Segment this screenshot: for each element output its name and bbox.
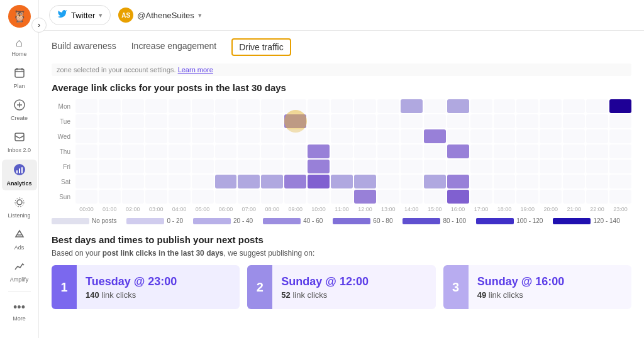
heatmap-cell (563, 160, 585, 173)
heatmap-cell (145, 114, 167, 128)
heatmap-cell (563, 99, 585, 113)
heatmap-time-label: 02:00 (122, 206, 144, 212)
heatmap-cell (516, 190, 538, 204)
heatmap-cell (609, 144, 631, 158)
heatmap-cell (401, 129, 423, 143)
create-icon (14, 99, 25, 114)
sidebar-item-inbox[interactable]: Inbox 2.0 (2, 128, 37, 157)
sidebar-label-analytics: Analytics (6, 180, 31, 187)
heatmap-cell (261, 99, 283, 113)
sidebar-item-more[interactable]: ••• More (2, 297, 37, 325)
heatmap-cell (447, 129, 469, 143)
heatmap-cell (586, 144, 608, 158)
best-time-card: 3Sunday @ 16:0049 link clicks (443, 265, 631, 309)
svg-rect-11 (16, 170, 18, 173)
platform-label: Twitter (71, 11, 95, 20)
legend-item: 80 - 100 (402, 217, 466, 224)
main-content: Twitter ▾ AS @AtheneSuites ▾ Build aware… (39, 0, 644, 338)
heatmap-time-label: 09:00 (284, 206, 306, 212)
heatmap-legend: No posts0 - 2020 - 4040 - 6060 - 8080 - … (52, 217, 631, 224)
heatmap-cell (215, 144, 237, 158)
heatmap-time-label: 20:00 (540, 206, 562, 212)
sidebar-item-listening[interactable]: Listening (2, 193, 37, 222)
legend-label: 100 - 120 (516, 217, 543, 224)
tab-build-awareness[interactable]: Build awareness (52, 38, 116, 56)
heatmap-cell (586, 129, 608, 143)
heatmap-cell (424, 129, 446, 143)
heatmap-cell (238, 144, 260, 158)
sidebar-label-ads: Ads (14, 244, 25, 251)
platform-selector[interactable]: Twitter ▾ (49, 5, 111, 25)
heatmap-cell (563, 114, 585, 128)
sidebar-expand-button[interactable]: › (31, 18, 47, 33)
analytics-icon (13, 163, 26, 179)
heatmap-cell (308, 144, 330, 158)
heatmap-cell (331, 114, 353, 128)
heatmap-cell (192, 160, 214, 173)
heatmap-cell (145, 160, 167, 173)
heatmap-cell (354, 190, 376, 204)
heatmap-cell (447, 175, 469, 188)
heatmap-cell (609, 190, 631, 204)
legend-label: 20 - 40 (233, 217, 253, 224)
heatmap-cell (586, 99, 608, 113)
sidebar-item-ads[interactable]: Ads (2, 225, 37, 254)
heatmap-cell (192, 190, 214, 204)
heatmap-time-label: 17:00 (470, 206, 492, 212)
heatmap-cell (99, 160, 121, 173)
card-time: Sunday @ 16:00 (477, 275, 623, 288)
heatmap-cell (169, 190, 191, 204)
sidebar-item-amplify[interactable]: Amplify (2, 257, 37, 286)
legend-label: 60 - 80 (373, 217, 392, 224)
heatmap-cell (586, 190, 608, 204)
card-content: Tuesday @ 23:00140 link clicks (77, 265, 240, 309)
heatmap-time-label: 08:00 (261, 206, 283, 212)
sidebar-item-create[interactable]: Create (2, 95, 37, 125)
heatmap-cell (284, 175, 306, 188)
heatmap-time-label: 23:00 (609, 206, 631, 212)
heatmap-cell (331, 160, 353, 173)
learn-more-link[interactable]: Learn more (178, 66, 213, 74)
heatmap-cell (308, 114, 330, 128)
heatmap-cell (215, 114, 237, 128)
heatmap-cell (609, 129, 631, 143)
sidebar-item-plan[interactable]: Plan (2, 63, 37, 93)
card-clicks: 49 link clicks (477, 290, 623, 300)
heatmap-cell (494, 114, 516, 128)
heatmap-cell (122, 190, 144, 204)
app-logo[interactable]: 🦉 (8, 5, 31, 28)
heatmap-cell (192, 99, 214, 113)
content-area: Build awareness Increase engagement Driv… (39, 31, 644, 338)
heatmap-cell (215, 160, 237, 173)
tab-increase-engagement[interactable]: Increase engagement (131, 38, 216, 56)
heatmap-cell (122, 99, 144, 113)
legend-item: 60 - 80 (333, 217, 392, 224)
heatmap-cell (169, 175, 191, 188)
heatmap-time-label: 03:00 (145, 206, 167, 212)
legend-item: 20 - 40 (193, 217, 253, 224)
sidebar: 🦉 ⌂ Home Plan Create Inbox 2.0 Analytics… (0, 0, 39, 338)
account-selector[interactable]: AS @AtheneSuites ▾ (118, 8, 202, 23)
heatmap-cell (75, 190, 97, 204)
ads-icon (14, 229, 25, 243)
sidebar-label-home: Home (11, 51, 26, 57)
sidebar-item-analytics[interactable]: Analytics (2, 160, 37, 190)
heatmap-cell (516, 129, 538, 143)
heatmap-cell (563, 129, 585, 143)
heatmap-cell (192, 114, 214, 128)
amplify-icon (14, 261, 25, 275)
heatmap-cell (424, 99, 446, 113)
heatmap-cell (377, 99, 399, 113)
heatmap-cell (284, 190, 306, 204)
tab-drive-traffic[interactable]: Drive traffic (231, 38, 291, 56)
best-time-card: 2Sunday @ 12:0052 link clicks (247, 265, 435, 309)
heatmap-cell (75, 144, 97, 158)
heatmap-cell (470, 175, 492, 188)
heatmap-time-label: 05:00 (192, 206, 214, 212)
account-avatar: AS (118, 8, 133, 23)
listening-icon (14, 197, 25, 211)
sidebar-item-home[interactable]: ⌂ Home (2, 33, 37, 61)
svg-rect-12 (19, 168, 20, 173)
plan-icon (14, 67, 25, 82)
legend-item: 120 - 140 (553, 217, 619, 224)
